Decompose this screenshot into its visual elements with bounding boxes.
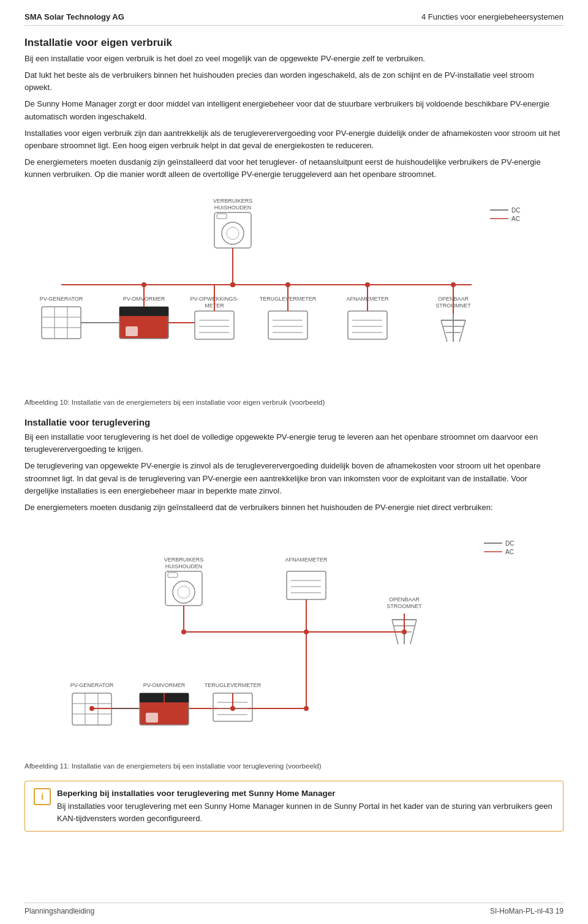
svg-text:TERUGLEVERMETER: TERUGLEVERMETER [205, 682, 262, 688]
svg-rect-29 [195, 311, 234, 339]
svg-rect-102 [146, 713, 158, 723]
svg-text:DC: DC [505, 540, 514, 547]
section2-p1: Bij een installatie voor teruglevering i… [24, 431, 564, 456]
svg-point-98 [89, 706, 94, 711]
header-company: SMA Solar Technology AG [24, 12, 124, 21]
svg-rect-23 [126, 326, 138, 336]
svg-text:PV-GENERATOR: PV-GENERATOR [70, 682, 114, 688]
svg-point-67 [178, 586, 190, 598]
svg-point-33 [230, 282, 235, 287]
svg-line-56 [459, 320, 466, 342]
svg-text:AC: AC [505, 549, 514, 555]
section1-p5: De energiemeters moeten dusdanig zijn ge… [24, 156, 564, 181]
svg-rect-14 [42, 307, 81, 339]
page-footer: Planningshandleiding SI-HoMan-PL-nl-43 1… [24, 903, 564, 915]
svg-text:AFNAMEMETER: AFNAMEMETER [285, 557, 328, 563]
svg-point-89 [402, 629, 407, 634]
diagram2-container: DC AC VERBRUIKERS HUISHOUDEN AFNAMEMETER [24, 525, 564, 757]
svg-rect-9 [217, 214, 227, 219]
info-icon: i [34, 788, 51, 805]
section1-title: Installatie voor eigen verbruik [24, 37, 564, 49]
svg-point-7 [222, 222, 244, 244]
svg-line-55 [441, 320, 447, 342]
svg-text:DC: DC [511, 207, 520, 214]
section1-p3: De Sunny Home Manager zorgt er door midd… [24, 98, 564, 122]
footer-right: SI-HoMan-PL-nl-43 19 [490, 907, 564, 915]
svg-rect-22 [119, 307, 168, 316]
svg-text:HUISHOUDEN: HUISHOUDEN [165, 563, 203, 569]
section1-p1: Bij een installatie voor eigen verbruik … [24, 53, 564, 65]
svg-rect-43 [348, 311, 387, 339]
svg-text:PV-GENERATOR: PV-GENERATOR [40, 296, 83, 302]
svg-rect-68 [168, 573, 178, 577]
svg-point-8 [227, 227, 239, 239]
section1-p2: Dat lukt het beste als de verbruikers bi… [24, 69, 564, 94]
footer-left: Planningshandleiding [24, 907, 94, 915]
page-header: SMA Solar Technology AG 4 Functies voor … [24, 12, 564, 26]
diagram1-svg: DC AC VERBRUIKERS HUISHOUDEN PV-GENERATO… [24, 192, 564, 394]
page-container: SMA Solar Technology AG 4 Functies voor … [0, 0, 588, 924]
svg-text:VERBRUIKERS: VERBRUIKERS [164, 557, 204, 563]
svg-text:STROOMNET: STROOMNET [386, 603, 422, 609]
info-title: Beperking bij installaties voor teruglev… [57, 789, 336, 798]
svg-rect-6 [214, 212, 251, 248]
info-content: Beperking bij installaties voor teruglev… [57, 787, 554, 825]
info-box: i Beperking bij installaties voor terugl… [24, 781, 564, 832]
svg-text:PV-OMVORMER: PV-OMVORMER [143, 682, 186, 688]
header-chapter: 4 Functies voor energiebeheersystemen [421, 12, 564, 21]
diagram2-svg: DC AC VERBRUIKERS HUISHOUDEN AFNAMEMETER [43, 525, 545, 757]
svg-text:AC: AC [511, 216, 520, 222]
diagram2-caption: Afbeelding 11: Installatie van de energi… [24, 761, 564, 772]
svg-point-77 [181, 629, 186, 634]
section2-p3: De energiemeters moeten dusdanig zijn ge… [24, 501, 564, 514]
section2-p2: De teruglevering van opgewekte PV-energi… [24, 460, 564, 497]
svg-text:OPENBAAR: OPENBAAR [389, 596, 420, 603]
svg-text:VERBRUIKERS: VERBRUIKERS [213, 198, 253, 204]
diagram1-caption: Afbeelding 10: Installatie van de energi… [24, 397, 564, 408]
diagram1-container: DC AC VERBRUIKERS HUISHOUDEN PV-GENERATO… [24, 192, 564, 394]
svg-text:HUISHOUDEN: HUISHOUDEN [214, 205, 252, 211]
svg-rect-36 [268, 311, 307, 339]
section2-title: Installatie voor teruglevering [24, 417, 564, 427]
section1-p4: Installaties voor eigen verbruik zijn da… [24, 127, 564, 152]
svg-point-66 [173, 581, 195, 603]
svg-rect-65 [165, 571, 202, 606]
info-body: Bij installaties voor teruglevering met … [57, 800, 554, 825]
svg-rect-71 [287, 571, 326, 599]
